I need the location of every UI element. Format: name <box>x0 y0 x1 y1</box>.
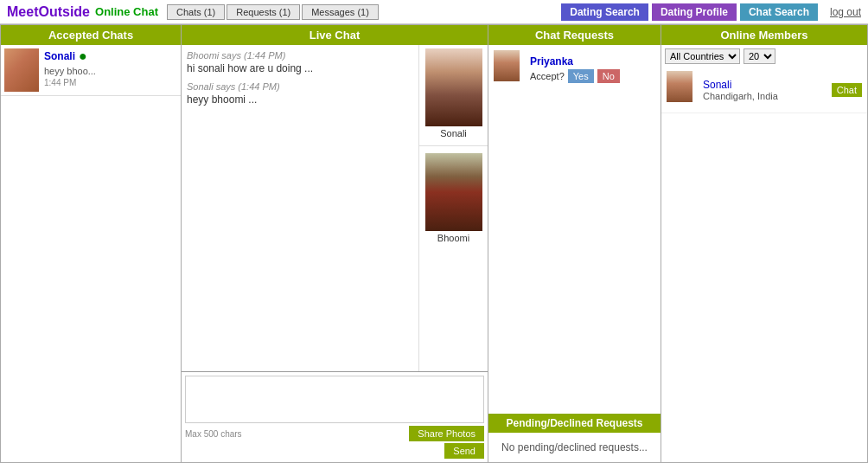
chat-user-name: Sonali <box>44 50 75 62</box>
count-filter[interactable]: 20 <box>744 48 775 64</box>
online-members-header: Online Members <box>661 25 867 45</box>
live-chat-header: Live Chat <box>182 25 488 45</box>
tab-chats[interactable]: Chats (1) <box>167 4 225 20</box>
online-indicator: ● <box>79 48 87 64</box>
chat-time: 1:44 PM <box>44 78 177 87</box>
avatar-divider <box>419 145 488 146</box>
message-sender: Sonali says (1:44 PM) <box>187 81 413 92</box>
bhoomi-photo <box>425 153 482 231</box>
avatar-block-bhoomi: Bhoomi <box>422 150 486 247</box>
header: MeetOutside Online Chat Chats (1) Reques… <box>0 0 868 24</box>
message-text: hi sonali how are u doing ... <box>187 62 413 74</box>
bhoomi-chat-avatar <box>425 153 482 231</box>
accepted-chats-header: Accepted Chats <box>1 25 181 45</box>
logo: MeetOutside <box>7 4 90 20</box>
accept-label: Accept? <box>530 71 565 81</box>
pending-header: Pending/Declined Requests <box>488 414 661 433</box>
message-sender: Bhoomi says (1:44 PM) <box>187 50 413 61</box>
list-item[interactable]: Sonali ● heyy bhoo... 1:44 PM <box>1 45 181 96</box>
list-item: Sonali Chandigarh, India Chat <box>661 68 867 113</box>
pending-content: No pending/declined requests... <box>488 433 661 462</box>
chat-controls: Max 500 chars Share Photos <box>185 426 484 441</box>
member-name: Sonali <box>703 79 778 91</box>
request-item: Priyanka Accept? Yes No <box>488 45 661 93</box>
priyanka-photo <box>494 50 520 81</box>
sonali-name: Sonali <box>440 128 467 138</box>
chat-list: Sonali ● heyy bhoo... 1:44 PM <box>1 45 181 462</box>
bhoomi-name: Bhoomi <box>437 233 469 243</box>
chat-textarea[interactable] <box>185 376 484 423</box>
sonali-avatar-img <box>4 48 39 92</box>
chat-search-button[interactable]: Chat Search <box>740 3 818 21</box>
main: Accepted Chats Sonali ● heyy bhoo... 1:4… <box>0 24 868 463</box>
member-chat-button[interactable]: Chat <box>832 83 862 97</box>
member-avatar <box>667 71 698 109</box>
sonali-photo <box>425 48 482 126</box>
avatar <box>4 48 39 92</box>
chat-preview: heyy bhoo... <box>44 66 177 76</box>
live-chat-panel: Live Chat Bhoomi says (1:44 PM) hi sonal… <box>182 24 488 463</box>
online-chat-label: Online Chat <box>95 5 158 18</box>
dating-search-button[interactable]: Dating Search <box>561 3 648 21</box>
max-chars-label: Max 500 chars <box>185 429 242 439</box>
member-info: Sonali Chandigarh, India <box>703 79 778 101</box>
logout-link[interactable]: log out <box>830 6 861 18</box>
sonali-chat-avatar <box>425 48 482 126</box>
request-info: Priyanka Accept? Yes No <box>530 55 620 83</box>
live-chat-area: Bhoomi says (1:44 PM) hi sonali how are … <box>182 45 488 371</box>
share-photos-button[interactable]: Share Photos <box>409 426 484 441</box>
priyanka-avatar <box>494 50 525 88</box>
nav-tabs: Chats (1) Requests (1) Messages (1) <box>167 4 379 20</box>
dating-profile-button[interactable]: Dating Profile <box>652 3 737 21</box>
chat-messages: Bhoomi says (1:44 PM) hi sonali how are … <box>182 45 418 371</box>
accept-no-button[interactable]: No <box>597 69 620 83</box>
online-members-panel: Online Members All Countries 20 Sonali C… <box>661 24 868 463</box>
request-name: Priyanka <box>530 55 620 68</box>
chat-requests-header: Chat Requests <box>488 25 661 45</box>
country-filter[interactable]: All Countries <box>665 48 740 64</box>
right-nav: Dating Search Dating Profile Chat Search… <box>561 3 861 21</box>
chat-requests-panel: Chat Requests Priyanka Accept? Yes No Pe… <box>488 24 661 463</box>
member-location: Chandigarh, India <box>703 91 778 101</box>
send-button[interactable]: Send <box>444 443 484 459</box>
request-actions: Accept? Yes No <box>530 69 620 83</box>
chat-user-info: Sonali ● heyy bhoo... 1:44 PM <box>44 48 177 87</box>
tab-messages[interactable]: Messages (1) <box>302 4 379 20</box>
accepted-chats-panel: Accepted Chats Sonali ● heyy bhoo... 1:4… <box>0 24 182 463</box>
members-filters: All Countries 20 <box>661 45 867 68</box>
chat-avatars: Sonali Bhoomi <box>418 45 488 371</box>
chat-input-area: Max 500 chars Share Photos Send <box>182 371 488 462</box>
avatar-block-sonali: Sonali <box>422 45 486 142</box>
accept-yes-button[interactable]: Yes <box>568 69 594 83</box>
send-area: Send <box>185 443 484 459</box>
message-text: heyy bhoomi ... <box>187 93 413 106</box>
member-photo <box>667 71 692 102</box>
requests-spacer <box>488 93 661 414</box>
tab-requests[interactable]: Requests (1) <box>227 4 300 20</box>
